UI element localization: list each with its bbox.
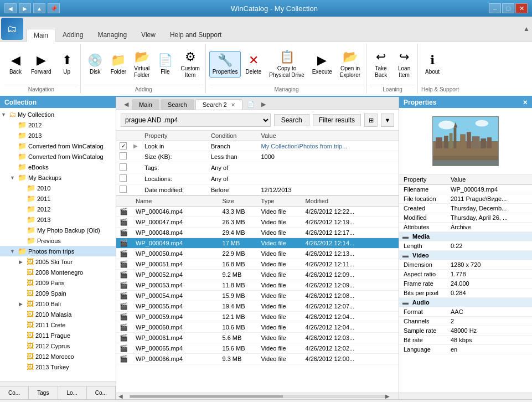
tree-item-montenegro[interactable]: 🖼 2008 Montenegro bbox=[0, 267, 116, 277]
criteria-checkbox[interactable] bbox=[120, 142, 127, 150]
result-row[interactable]: 🎬 WP_000066.mp4 9.3 MB Video file 4/26/2… bbox=[116, 354, 399, 364]
props-scrollbar[interactable] bbox=[399, 393, 532, 399]
collapse-icon[interactable]: ▬ bbox=[402, 252, 409, 259]
result-row[interactable]: 🎬 WP_000061.mp4 5.6 MB Video file 4/26/2… bbox=[116, 333, 399, 343]
tree-tab-tags[interactable]: Tags bbox=[29, 386, 58, 399]
tab-main[interactable]: Main bbox=[27, 29, 55, 42]
take-back-button[interactable]: ↩ TakeBack bbox=[370, 48, 392, 81]
tree-item-mycollection[interactable]: ▼ 🗂 My Collection bbox=[0, 109, 116, 120]
result-row[interactable]: 🎬 WP_000046.mp4 43.3 MB Video file 4/26/… bbox=[116, 207, 399, 217]
properties-close-icon[interactable]: ✕ bbox=[523, 99, 528, 106]
tab-view[interactable]: View bbox=[134, 28, 163, 41]
forward-button[interactable]: ▶ Forward bbox=[28, 51, 55, 78]
tab-close-icon[interactable]: ✕ bbox=[231, 102, 235, 108]
tab-adding[interactable]: Adding bbox=[55, 28, 90, 41]
virtual-folder-button[interactable]: 📂 VirtualFolder bbox=[131, 48, 153, 81]
tree-item-turkey[interactable]: 🖼 2013 Turkey bbox=[0, 362, 116, 372]
ribbon-collapse-btn[interactable]: ▲ bbox=[521, 17, 532, 41]
tree-item-2012[interactable]: 📁 2012 bbox=[0, 120, 116, 130]
back-button[interactable]: ◀ Back bbox=[4, 51, 27, 78]
result-row[interactable]: 🎬 WP_000065.mp4 15.6 MB Video file 4/26/… bbox=[116, 343, 399, 354]
center-tab-search[interactable]: Search bbox=[161, 99, 194, 110]
tree-item-backup2013[interactable]: 📁 2013 bbox=[0, 214, 116, 225]
tree-tab-collection[interactable]: Co... bbox=[0, 386, 29, 399]
scroll-left-btn[interactable]: ◀ bbox=[118, 393, 130, 399]
tree-item-skitrip[interactable]: ▶ 🖼 2005 Ski Tour bbox=[0, 256, 116, 267]
app-icon[interactable]: 🗂 bbox=[1, 18, 23, 40]
col-size[interactable]: Size bbox=[219, 196, 258, 207]
tree-item-mybackups[interactable]: ▼ 📁 My Backups bbox=[0, 172, 116, 183]
tab-nav-next[interactable]: ▶ bbox=[258, 99, 269, 110]
scroll-right-btn[interactable]: ▶ bbox=[385, 393, 396, 399]
tree-tab-custom[interactable]: Co... bbox=[87, 386, 116, 399]
disk-button[interactable]: 💿 Disk bbox=[84, 51, 106, 78]
col-modified[interactable]: Modified bbox=[302, 196, 392, 207]
tree-item-malasia[interactable]: 🖼 2010 Malasia bbox=[0, 309, 116, 319]
criteria-row-size[interactable]: Size (KB): Less than 1000 bbox=[116, 151, 399, 162]
result-row[interactable]: 🎬 WP_000047.mp4 26.3 MB Video file 4/26/… bbox=[116, 217, 399, 228]
center-tab-main[interactable]: Main bbox=[132, 99, 159, 110]
tree-item-converted2[interactable]: 📁 Converted from WinCatalog bbox=[0, 151, 116, 162]
search-button[interactable]: Search bbox=[274, 114, 309, 126]
criteria-row-lookin[interactable]: ▶ Look in Branch My Collection\Photos fr… bbox=[116, 141, 399, 151]
tree-item-morocco[interactable]: 🖼 2012 Morocco bbox=[0, 351, 116, 362]
tree-item-ebooks[interactable]: 📁 eBooks bbox=[0, 162, 116, 172]
custom-item-button[interactable]: ⚙ CustomItem bbox=[177, 48, 203, 81]
criteria-row-datemod[interactable]: Date modified: Before 12/12/2013 bbox=[116, 184, 399, 195]
nav-back-btn[interactable]: ◀ bbox=[4, 3, 17, 13]
view-toggle-btn[interactable]: ⊞ bbox=[364, 114, 378, 127]
minimize-button[interactable]: – bbox=[489, 3, 501, 13]
criteria-checkbox[interactable] bbox=[120, 174, 127, 182]
filter-results-button[interactable]: Filter results bbox=[313, 114, 361, 126]
tree-item-photobackup[interactable]: 📁 My Photo Backup (Old) bbox=[0, 225, 116, 235]
search-query-input[interactable]: prague AND .mp4 bbox=[121, 114, 271, 127]
execute-button[interactable]: ▶ Execute bbox=[309, 51, 335, 78]
maximize-button[interactable]: □ bbox=[502, 3, 514, 13]
tree-area[interactable]: ▼ 🗂 My Collection 📁 2012 📁 2013 📁 Conver… bbox=[0, 108, 116, 382]
result-row[interactable]: 🎬 WP_000055.mp4 19.4 MB Video file 4/26/… bbox=[116, 301, 399, 312]
scroll-track[interactable] bbox=[130, 395, 385, 398]
criteria-checkbox[interactable] bbox=[120, 163, 127, 171]
tree-item-cyprus[interactable]: 🖼 2012 Cyprus bbox=[0, 341, 116, 351]
tree-item-backup2010[interactable]: 📁 2010 bbox=[0, 183, 116, 193]
criteria-checkbox[interactable] bbox=[120, 152, 127, 159]
view-dropdown-btn[interactable]: ▼ bbox=[381, 114, 394, 127]
col-name[interactable]: Name bbox=[132, 196, 219, 207]
folder-button[interactable]: 📁 Folder bbox=[107, 51, 130, 78]
tree-item-converted1[interactable]: 📁 Converted from WinCatalog bbox=[0, 141, 116, 151]
result-row-selected[interactable]: 🎬 WP_000049.mp4 17 MB Video file 4/26/20… bbox=[116, 238, 399, 249]
criteria-row-locations[interactable]: Locations: Any of bbox=[116, 173, 399, 184]
result-row[interactable]: 🎬 WP_000059.mp4 12.1 MB Video file 4/26/… bbox=[116, 312, 399, 322]
tab-nav-prev[interactable]: ◀ bbox=[121, 99, 132, 110]
tab-managing[interactable]: Managing bbox=[90, 28, 134, 41]
tree-tab-locations[interactable]: Lo... bbox=[58, 386, 87, 399]
tree-item-backup2011[interactable]: 📁 2011 bbox=[0, 193, 116, 204]
collapse-icon[interactable]: ▬ bbox=[402, 233, 409, 240]
tree-item-crete[interactable]: 🖼 2011 Crete bbox=[0, 319, 116, 330]
up-button[interactable]: ⬆ Up bbox=[56, 51, 78, 78]
nav-up-btn[interactable]: ▲ bbox=[33, 3, 45, 13]
result-row[interactable]: 🎬 WP_000051.mp4 16.8 MB Video file 4/26/… bbox=[116, 259, 399, 270]
result-row[interactable]: 🎬 WP_000048.mp4 29.4 MB Video file 4/26/… bbox=[116, 228, 399, 238]
result-row[interactable]: 🎬 WP_000054.mp4 15.9 MB Video file 4/26/… bbox=[116, 291, 399, 301]
tree-item-2013[interactable]: 📁 2013 bbox=[0, 130, 116, 141]
collapse-icon[interactable]: ▬ bbox=[402, 299, 409, 306]
nav-forward-btn[interactable]: ▶ bbox=[19, 3, 31, 13]
splitter[interactable] bbox=[0, 382, 116, 386]
col-type[interactable]: Type bbox=[258, 196, 302, 207]
criteria-checkbox[interactable] bbox=[120, 185, 127, 193]
tree-item-paris[interactable]: 🖼 2009 Paris bbox=[0, 277, 116, 288]
about-button[interactable]: ℹ About bbox=[421, 51, 443, 78]
center-tab-search2[interactable]: Search 2 ✕ bbox=[195, 99, 242, 110]
tab-help[interactable]: Help and Support bbox=[163, 28, 229, 41]
result-row[interactable]: 🎬 WP_000053.mp4 11.8 MB Video file 4/26/… bbox=[116, 280, 399, 291]
criteria-row-tags[interactable]: Tags: Any of bbox=[116, 162, 399, 173]
tree-item-spain[interactable]: 🖼 2009 Spain bbox=[0, 288, 116, 298]
nav-pin-btn[interactable]: 📌 bbox=[48, 3, 60, 13]
tree-item-photostrips[interactable]: ▼ 📁 Photos from trips bbox=[0, 246, 116, 256]
file-button[interactable]: 📄 File bbox=[154, 51, 176, 78]
result-row[interactable]: 🎬 WP_000050.mp4 22.9 MB Video file 4/26/… bbox=[116, 249, 399, 259]
tab-add-btn[interactable]: 📄 bbox=[244, 99, 258, 110]
properties-button[interactable]: 🔧 Properties bbox=[209, 51, 241, 78]
tree-item-bali[interactable]: ▶ 🖼 2010 Bali bbox=[0, 298, 116, 309]
